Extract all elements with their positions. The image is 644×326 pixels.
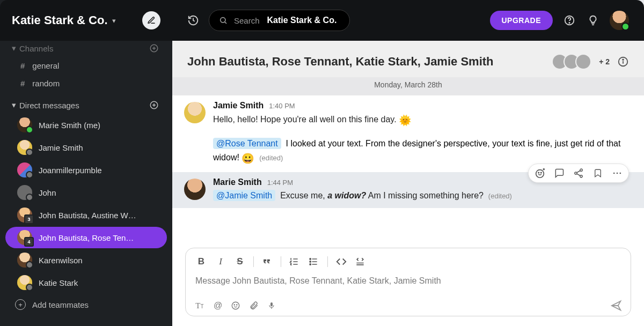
svg-point-8 xyxy=(538,173,539,173)
dm-item-marie-smith[interactable]: Marie Smith (me) xyxy=(5,114,167,136)
svg-point-14 xyxy=(617,173,618,174)
compose-button[interactable] xyxy=(142,11,160,29)
dm-item-jamie-smith[interactable]: Jamie Smith xyxy=(5,137,167,158)
message-time: 1:44 PM xyxy=(267,179,293,187)
message-time: 1:40 PM xyxy=(269,102,295,110)
dm-name: John xyxy=(39,188,56,197)
dm-item-group-4[interactable]: John Bautista, Rose Ten… xyxy=(5,227,167,248)
add-channel-button[interactable] xyxy=(148,42,160,55)
formatting-toggle[interactable]: TT xyxy=(194,301,205,310)
hash-icon: # xyxy=(20,79,25,88)
svg-point-4 xyxy=(569,23,569,23)
message: Jamie Smith 1:40 PM Hello, hello! Hope y… xyxy=(172,95,644,134)
ordered-list-button[interactable] xyxy=(289,256,301,267)
mention-button[interactable]: @ xyxy=(213,301,223,310)
avatar xyxy=(17,208,32,223)
bookmark-button[interactable] xyxy=(592,167,604,179)
lightbulb-icon xyxy=(587,14,599,26)
more-actions-button[interactable] xyxy=(611,167,623,179)
add-teammates-button[interactable]: + Add teammates xyxy=(0,294,172,315)
bookmark-icon xyxy=(593,168,603,178)
quote-button[interactable] xyxy=(261,256,273,267)
unordered-list-icon xyxy=(308,256,319,267)
members-more-count[interactable]: + 2 xyxy=(599,57,610,66)
code-icon xyxy=(335,256,347,268)
search-label: Search xyxy=(234,16,260,25)
message-author[interactable]: Marie Smith xyxy=(213,177,262,187)
channels-label: Channels xyxy=(19,44,53,53)
quote-icon xyxy=(261,256,272,267)
channel-item[interactable]: # random xyxy=(0,75,172,92)
topbar: Search Katie Stark & Co. UPGRADE xyxy=(172,0,644,41)
whats-new-button[interactable] xyxy=(586,14,600,26)
workspace-switcher[interactable]: Katie Stark & Co. ▾ xyxy=(12,13,116,27)
dm-section-header[interactable]: ▾ Direct messages xyxy=(0,97,172,114)
channel-item[interactable]: # general xyxy=(0,57,172,75)
upgrade-label: UPGRADE xyxy=(502,16,541,25)
sidebar: Katie Stark & Co. ▾ ▾ Channels # g xyxy=(0,0,172,326)
strikethrough-button[interactable]: S xyxy=(234,256,246,267)
avatar xyxy=(184,179,206,200)
add-reaction-button[interactable] xyxy=(534,167,546,179)
message-input[interactable]: Message John Bautista, Rose Tennant, Kat… xyxy=(194,273,622,297)
help-button[interactable] xyxy=(562,14,576,26)
avatar xyxy=(17,275,32,290)
pencil-icon xyxy=(147,16,156,25)
svg-point-9 xyxy=(541,173,541,173)
conversation-info-button[interactable] xyxy=(617,56,629,68)
avatar xyxy=(17,230,32,245)
date-separator: Monday, March 28th xyxy=(172,77,644,95)
composer-bottom-bar: TT @ xyxy=(194,297,622,312)
dm-item-joanmillerpumble[interactable]: Joanmillerpumble xyxy=(5,159,167,181)
dm-name: Katie Stark xyxy=(39,278,78,287)
dm-name: John Bautista, Austine W… xyxy=(39,211,136,220)
conversation-title: John Bautista, Rose Tennant, Katie Stark… xyxy=(187,55,494,69)
info-icon xyxy=(617,56,629,68)
dm-name: John Bautista, Rose Ten… xyxy=(39,233,134,242)
search-scope: Katie Stark & Co. xyxy=(267,16,337,25)
thread-button[interactable] xyxy=(553,167,565,179)
unordered-list-button[interactable] xyxy=(308,256,320,267)
dm-name: Marie Smith (me) xyxy=(39,121,100,130)
mention[interactable]: @Jamie Smith xyxy=(213,190,275,201)
plus-circle-icon: + xyxy=(15,299,26,310)
code-button[interactable] xyxy=(335,256,347,268)
direct-messages-section: ▾ Direct messages Marie Smith (me) Jamie… xyxy=(0,93,172,316)
dm-item-katie-stark[interactable]: Katie Stark xyxy=(5,272,167,293)
channels-section: ▾ Channels # general # random xyxy=(0,36,172,93)
workspace-title: Katie Stark & Co. xyxy=(12,13,108,27)
attach-button[interactable] xyxy=(249,301,260,310)
svg-point-13 xyxy=(613,173,615,174)
search-icon xyxy=(219,16,228,25)
user-menu-avatar[interactable] xyxy=(610,11,629,30)
channels-section-header[interactable]: ▾ Channels xyxy=(0,40,172,57)
codeblock-button[interactable] xyxy=(355,256,367,267)
dm-item-john[interactable]: John xyxy=(5,182,167,203)
bold-button[interactable]: B xyxy=(195,256,207,267)
dm-item-karenwilson[interactable]: Karenwilson xyxy=(5,249,167,271)
avatar xyxy=(17,253,32,268)
workspace-header: Katie Stark & Co. ▾ xyxy=(0,0,172,41)
emoji-button[interactable] xyxy=(231,301,241,310)
italic-button[interactable]: I xyxy=(215,256,226,267)
upgrade-button[interactable]: UPGRADE xyxy=(490,11,553,30)
mention[interactable]: @Rose Tennant xyxy=(213,138,281,149)
share-button[interactable] xyxy=(573,167,584,179)
chat-icon xyxy=(554,168,565,179)
dm-item-group-3[interactable]: John Bautista, Austine W… xyxy=(5,204,167,226)
add-dm-button[interactable] xyxy=(148,99,160,112)
ordered-list-icon xyxy=(289,256,299,267)
chevron-down-icon: ▾ xyxy=(12,43,16,53)
avatar xyxy=(17,117,32,132)
main: Search Katie Stark & Co. UPGRADE John Ba… xyxy=(172,0,644,326)
search-input[interactable]: Search Katie Stark & Co. xyxy=(209,10,350,31)
audio-button[interactable] xyxy=(267,301,278,310)
svg-point-2 xyxy=(221,18,225,23)
svg-point-15 xyxy=(620,173,621,174)
send-button[interactable] xyxy=(610,300,622,312)
message-author[interactable]: Jamie Smith xyxy=(213,101,264,110)
members-avatars[interactable] xyxy=(552,54,591,70)
history-button[interactable] xyxy=(187,14,199,26)
svg-point-10 xyxy=(580,169,582,172)
history-icon xyxy=(187,14,199,26)
